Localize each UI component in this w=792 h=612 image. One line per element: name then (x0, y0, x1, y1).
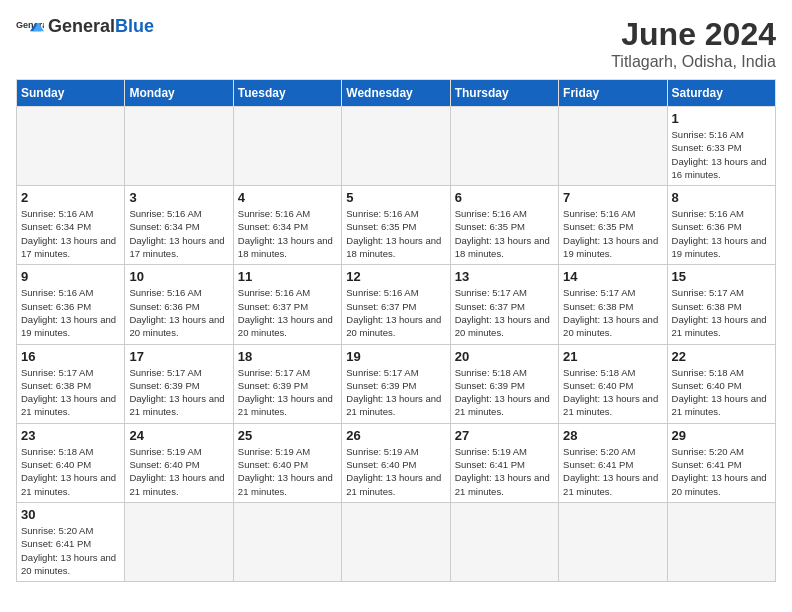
calendar-table: SundayMondayTuesdayWednesdayThursdayFrid… (16, 79, 776, 582)
day-number: 18 (238, 349, 337, 364)
calendar-cell: 5Sunrise: 5:16 AM Sunset: 6:35 PM Daylig… (342, 186, 450, 265)
calendar-cell: 15Sunrise: 5:17 AM Sunset: 6:38 PM Dayli… (667, 265, 775, 344)
cell-sun-info: Sunrise: 5:20 AM Sunset: 6:41 PM Dayligh… (21, 524, 120, 577)
day-number: 20 (455, 349, 554, 364)
col-header-sunday: Sunday (17, 80, 125, 107)
calendar-week-row: 1Sunrise: 5:16 AM Sunset: 6:33 PM Daylig… (17, 107, 776, 186)
day-number: 9 (21, 269, 120, 284)
col-header-thursday: Thursday (450, 80, 558, 107)
day-number: 15 (672, 269, 771, 284)
generalblue-logo-icon: General (16, 17, 44, 37)
day-number: 30 (21, 507, 120, 522)
calendar-cell (667, 502, 775, 581)
cell-sun-info: Sunrise: 5:18 AM Sunset: 6:40 PM Dayligh… (21, 445, 120, 498)
day-number: 13 (455, 269, 554, 284)
calendar-cell (559, 107, 667, 186)
day-number: 4 (238, 190, 337, 205)
day-number: 27 (455, 428, 554, 443)
day-number: 3 (129, 190, 228, 205)
calendar-cell (342, 107, 450, 186)
cell-sun-info: Sunrise: 5:19 AM Sunset: 6:40 PM Dayligh… (129, 445, 228, 498)
col-header-friday: Friday (559, 80, 667, 107)
day-number: 25 (238, 428, 337, 443)
day-number: 23 (21, 428, 120, 443)
day-number: 10 (129, 269, 228, 284)
day-number: 7 (563, 190, 662, 205)
calendar-cell (559, 502, 667, 581)
day-number: 12 (346, 269, 445, 284)
cell-sun-info: Sunrise: 5:16 AM Sunset: 6:34 PM Dayligh… (129, 207, 228, 260)
calendar-cell: 7Sunrise: 5:16 AM Sunset: 6:35 PM Daylig… (559, 186, 667, 265)
cell-sun-info: Sunrise: 5:17 AM Sunset: 6:38 PM Dayligh… (563, 286, 662, 339)
day-number: 11 (238, 269, 337, 284)
day-number: 14 (563, 269, 662, 284)
cell-sun-info: Sunrise: 5:18 AM Sunset: 6:40 PM Dayligh… (563, 366, 662, 419)
cell-sun-info: Sunrise: 5:17 AM Sunset: 6:39 PM Dayligh… (346, 366, 445, 419)
day-number: 29 (672, 428, 771, 443)
calendar-cell: 11Sunrise: 5:16 AM Sunset: 6:37 PM Dayli… (233, 265, 341, 344)
cell-sun-info: Sunrise: 5:20 AM Sunset: 6:41 PM Dayligh… (672, 445, 771, 498)
calendar-cell: 19Sunrise: 5:17 AM Sunset: 6:39 PM Dayli… (342, 344, 450, 423)
col-header-tuesday: Tuesday (233, 80, 341, 107)
calendar-cell (233, 107, 341, 186)
cell-sun-info: Sunrise: 5:18 AM Sunset: 6:40 PM Dayligh… (672, 366, 771, 419)
day-number: 2 (21, 190, 120, 205)
calendar-week-row: 2Sunrise: 5:16 AM Sunset: 6:34 PM Daylig… (17, 186, 776, 265)
day-number: 19 (346, 349, 445, 364)
day-number: 28 (563, 428, 662, 443)
cell-sun-info: Sunrise: 5:16 AM Sunset: 6:35 PM Dayligh… (563, 207, 662, 260)
cell-sun-info: Sunrise: 5:17 AM Sunset: 6:38 PM Dayligh… (672, 286, 771, 339)
title-area: June 2024 Titlagarh, Odisha, India (611, 16, 776, 71)
col-header-wednesday: Wednesday (342, 80, 450, 107)
day-number: 21 (563, 349, 662, 364)
calendar-cell: 27Sunrise: 5:19 AM Sunset: 6:41 PM Dayli… (450, 423, 558, 502)
cell-sun-info: Sunrise: 5:17 AM Sunset: 6:39 PM Dayligh… (238, 366, 337, 419)
calendar-cell (125, 107, 233, 186)
cell-sun-info: Sunrise: 5:16 AM Sunset: 6:36 PM Dayligh… (21, 286, 120, 339)
cell-sun-info: Sunrise: 5:19 AM Sunset: 6:40 PM Dayligh… (238, 445, 337, 498)
month-year-title: June 2024 (611, 16, 776, 53)
calendar-cell (17, 107, 125, 186)
day-number: 6 (455, 190, 554, 205)
calendar-cell: 6Sunrise: 5:16 AM Sunset: 6:35 PM Daylig… (450, 186, 558, 265)
calendar-cell: 3Sunrise: 5:16 AM Sunset: 6:34 PM Daylig… (125, 186, 233, 265)
calendar-cell (450, 107, 558, 186)
cell-sun-info: Sunrise: 5:20 AM Sunset: 6:41 PM Dayligh… (563, 445, 662, 498)
cell-sun-info: Sunrise: 5:18 AM Sunset: 6:39 PM Dayligh… (455, 366, 554, 419)
calendar-cell: 4Sunrise: 5:16 AM Sunset: 6:34 PM Daylig… (233, 186, 341, 265)
calendar-week-row: 16Sunrise: 5:17 AM Sunset: 6:38 PM Dayli… (17, 344, 776, 423)
calendar-cell: 25Sunrise: 5:19 AM Sunset: 6:40 PM Dayli… (233, 423, 341, 502)
calendar-cell: 14Sunrise: 5:17 AM Sunset: 6:38 PM Dayli… (559, 265, 667, 344)
cell-sun-info: Sunrise: 5:16 AM Sunset: 6:37 PM Dayligh… (238, 286, 337, 339)
cell-sun-info: Sunrise: 5:17 AM Sunset: 6:38 PM Dayligh… (21, 366, 120, 419)
calendar-cell: 21Sunrise: 5:18 AM Sunset: 6:40 PM Dayli… (559, 344, 667, 423)
col-header-saturday: Saturday (667, 80, 775, 107)
calendar-cell: 12Sunrise: 5:16 AM Sunset: 6:37 PM Dayli… (342, 265, 450, 344)
cell-sun-info: Sunrise: 5:16 AM Sunset: 6:33 PM Dayligh… (672, 128, 771, 181)
cell-sun-info: Sunrise: 5:16 AM Sunset: 6:34 PM Dayligh… (21, 207, 120, 260)
calendar-cell: 24Sunrise: 5:19 AM Sunset: 6:40 PM Dayli… (125, 423, 233, 502)
calendar-header-row: SundayMondayTuesdayWednesdayThursdayFrid… (17, 80, 776, 107)
day-number: 1 (672, 111, 771, 126)
calendar-week-row: 9Sunrise: 5:16 AM Sunset: 6:36 PM Daylig… (17, 265, 776, 344)
calendar-cell: 30Sunrise: 5:20 AM Sunset: 6:41 PM Dayli… (17, 502, 125, 581)
cell-sun-info: Sunrise: 5:16 AM Sunset: 6:36 PM Dayligh… (129, 286, 228, 339)
calendar-cell: 29Sunrise: 5:20 AM Sunset: 6:41 PM Dayli… (667, 423, 775, 502)
cell-sun-info: Sunrise: 5:17 AM Sunset: 6:39 PM Dayligh… (129, 366, 228, 419)
cell-sun-info: Sunrise: 5:16 AM Sunset: 6:35 PM Dayligh… (455, 207, 554, 260)
location-subtitle: Titlagarh, Odisha, India (611, 53, 776, 71)
calendar-cell (233, 502, 341, 581)
calendar-cell: 22Sunrise: 5:18 AM Sunset: 6:40 PM Dayli… (667, 344, 775, 423)
cell-sun-info: Sunrise: 5:17 AM Sunset: 6:37 PM Dayligh… (455, 286, 554, 339)
cell-sun-info: Sunrise: 5:16 AM Sunset: 6:34 PM Dayligh… (238, 207, 337, 260)
calendar-cell (342, 502, 450, 581)
cell-sun-info: Sunrise: 5:16 AM Sunset: 6:35 PM Dayligh… (346, 207, 445, 260)
logo-blue-text: Blue (115, 16, 154, 36)
cell-sun-info: Sunrise: 5:19 AM Sunset: 6:40 PM Dayligh… (346, 445, 445, 498)
day-number: 8 (672, 190, 771, 205)
calendar-cell: 18Sunrise: 5:17 AM Sunset: 6:39 PM Dayli… (233, 344, 341, 423)
col-header-monday: Monday (125, 80, 233, 107)
calendar-cell (450, 502, 558, 581)
calendar-cell: 16Sunrise: 5:17 AM Sunset: 6:38 PM Dayli… (17, 344, 125, 423)
calendar-cell: 9Sunrise: 5:16 AM Sunset: 6:36 PM Daylig… (17, 265, 125, 344)
